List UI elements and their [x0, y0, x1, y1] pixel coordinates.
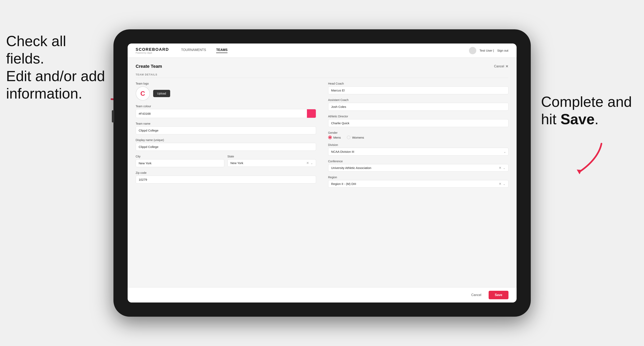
display-name-field: Display name (unique) [136, 138, 316, 151]
gender-label: Gender [328, 131, 508, 134]
asst-coach-label: Assistant Coach [328, 98, 508, 102]
mens-radio-dot[interactable] [328, 136, 332, 139]
asst-coach-input[interactable] [328, 103, 508, 111]
team-logo-field: Team logo C Upload [136, 82, 316, 101]
city-input[interactable] [136, 159, 224, 167]
nav-right: Test User | Sign out [469, 47, 508, 54]
team-colour-label: Team colour [136, 105, 316, 108]
zip-field: Zip code [136, 171, 316, 183]
womens-label: Womens [352, 136, 364, 139]
division-label: Division [328, 143, 508, 147]
conference-chevron-icon: ⌄ [503, 166, 506, 170]
color-swatch[interactable] [307, 109, 316, 118]
close-icon: ✕ [506, 64, 508, 69]
city-field: City [136, 155, 224, 167]
womens-radio-dot[interactable] [347, 136, 350, 139]
panel-header: Create Team Cancel ✕ [136, 64, 508, 69]
region-chevron-icon: ⌄ [503, 182, 506, 185]
main-content: Create Team Cancel ✕ TEAM DETAILS Team l… [128, 58, 516, 287]
color-input[interactable] [136, 110, 307, 117]
user-avatar [469, 47, 476, 54]
division-select-wrap: NCAA Division III ⌄ [328, 148, 508, 156]
color-field-wrap [136, 109, 316, 118]
logo-circle: C [136, 86, 150, 101]
nav-tournaments[interactable]: TOURNAMENTS [181, 48, 206, 53]
display-name-label: Display name (unique) [136, 138, 316, 142]
tablet-shell: SCOREBOARD Powered by clippit TOURNAMENT… [114, 29, 531, 317]
head-coach-input[interactable] [328, 86, 508, 94]
conference-clear-icon[interactable]: ✕ [499, 166, 502, 170]
team-logo-label: Team logo [136, 82, 316, 85]
state-field: State New York ✕ ⌄ [228, 155, 316, 167]
athletic-dir-label: Athletic Director [328, 115, 508, 118]
arrow-right-icon [559, 142, 604, 174]
city-state-group: City State New York ✕ ⌄ [136, 155, 316, 167]
gender-womens-option[interactable]: Womens [347, 136, 364, 139]
region-clear-icon[interactable]: ✕ [499, 182, 502, 186]
conference-select[interactable]: University Athletic Association ✕ ⌄ [328, 164, 508, 172]
athletic-dir-field: Athletic Director [328, 115, 508, 127]
team-name-field: Team name [136, 122, 316, 134]
conference-field: Conference University Athletic Associati… [328, 160, 508, 172]
region-value: Region II - (M) DIII [331, 182, 499, 185]
state-controls: ✕ ⌄ [306, 161, 313, 165]
state-chevron-icon: ⌄ [310, 162, 313, 165]
form-right: Head Coach Assistant Coach Athletic Dire… [328, 82, 508, 187]
brand-subtitle: Powered by clippit [136, 52, 169, 54]
instruction-left: Check all fields. Edit and/or add inform… [6, 32, 107, 102]
asst-coach-field: Assistant Coach [328, 98, 508, 111]
sign-out-link[interactable]: Sign out [497, 49, 508, 52]
nav-teams[interactable]: TEAMS [216, 48, 228, 53]
conference-value: University Athletic Association [331, 166, 499, 170]
gender-mens-option[interactable]: Mens [328, 136, 341, 139]
division-field: Division NCAA Division III ⌄ [328, 143, 508, 156]
region-controls: ✕ ⌄ [499, 182, 506, 186]
user-name: Test User | [480, 49, 494, 52]
brand-title: SCOREBOARD [136, 47, 169, 52]
cancel-button[interactable]: Cancel [467, 291, 486, 299]
state-select[interactable]: New York ✕ ⌄ [228, 159, 316, 167]
save-button[interactable]: Save [488, 291, 508, 299]
division-select[interactable]: NCAA Division III [328, 148, 508, 156]
conference-controls: ✕ ⌄ [499, 166, 506, 170]
tablet-screen: SCOREBOARD Powered by clippit TOURNAMENT… [128, 43, 516, 303]
region-field: Region Region II - (M) DIII ✕ ⌄ [328, 176, 508, 187]
region-select[interactable]: Region II - (M) DIII ✕ ⌄ [328, 180, 508, 187]
head-coach-label: Head Coach [328, 82, 508, 85]
form-left: Team logo C Upload Team colour [136, 82, 316, 187]
upload-button[interactable]: Upload [153, 90, 170, 97]
panel-title: Create Team [136, 64, 162, 69]
section-label: TEAM DETAILS [136, 73, 508, 78]
state-label: State [228, 155, 316, 158]
instruction-right: Complete and hit Save. [541, 93, 632, 128]
mens-label: Mens [334, 136, 341, 139]
zip-label: Zip code [136, 171, 316, 174]
tablet-side-button [112, 110, 114, 122]
team-name-label: Team name [136, 122, 316, 125]
gender-field: Gender Mens Womens [328, 131, 508, 139]
team-colour-field: Team colour [136, 105, 316, 118]
head-coach-field: Head Coach [328, 82, 508, 94]
athletic-dir-input[interactable] [328, 119, 508, 127]
team-name-input[interactable] [136, 127, 316, 134]
region-label: Region [328, 176, 508, 179]
state-clear-icon[interactable]: ✕ [306, 161, 309, 165]
conference-label: Conference [328, 160, 508, 163]
city-state-row: City State New York ✕ ⌄ [136, 155, 316, 167]
zip-input[interactable] [136, 176, 316, 183]
nav-links: TOURNAMENTS TEAMS [181, 48, 469, 53]
brand: SCOREBOARD Powered by clippit [136, 47, 169, 54]
city-label: City [136, 155, 224, 158]
bottom-bar: Cancel Save [128, 287, 516, 303]
form-grid: Team logo C Upload Team colour [136, 82, 508, 187]
cancel-top-button[interactable]: Cancel ✕ [494, 64, 508, 69]
navbar: SCOREBOARD Powered by clippit TOURNAMENT… [128, 43, 516, 58]
gender-radio-group: Mens Womens [328, 136, 508, 139]
logo-area: C Upload [136, 86, 316, 101]
state-value: New York [230, 161, 306, 165]
display-name-input[interactable] [136, 143, 316, 151]
